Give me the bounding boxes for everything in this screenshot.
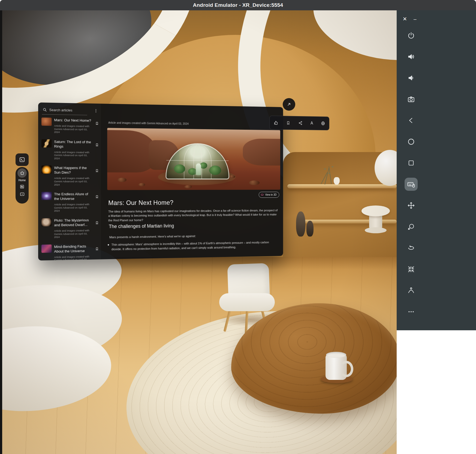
volume-up-button[interactable] <box>406 52 416 61</box>
sidebar-menu-button[interactable] <box>93 108 99 113</box>
home-button[interactable] <box>406 137 416 146</box>
search-icon <box>43 107 47 112</box>
dome-plant <box>209 166 221 175</box>
search-placeholder: Search articles <box>49 108 91 113</box>
back-button[interactable] <box>406 116 416 125</box>
move-view-button[interactable] <box>406 201 416 210</box>
bookmark-button[interactable] <box>95 122 99 134</box>
article-list-item[interactable]: The Endless Allure of the Universe Artic… <box>41 189 99 215</box>
article-section-intro: Mars presents a harsh environment. Here'… <box>109 233 276 239</box>
rock <box>249 180 260 185</box>
article-item-subtitle: Article and images created with Gemini A… <box>54 229 93 239</box>
camera-icon <box>407 95 415 103</box>
panel-expand-button[interactable] <box>283 98 295 111</box>
article-bullet: Thin atmosphere: Mars' atmosphere is inc… <box>108 240 272 252</box>
window-title-bar[interactable]: Android Emulator - XR_Device:5554 <box>0 0 476 10</box>
3d-goggles-icon <box>261 193 264 196</box>
article-list-item[interactable]: Pluto: The Mysterious and Beloved Dwarf.… <box>41 215 99 241</box>
article-list-item[interactable]: Mars: Our Next Home? Article and images … <box>41 114 99 137</box>
article-item-title: The Endless Allure of the Universe <box>54 192 93 201</box>
rotate-icon <box>407 244 415 252</box>
dock-video-button[interactable] <box>20 192 25 197</box>
back-icon <box>408 117 415 124</box>
more-options-button[interactable] <box>406 307 416 316</box>
article-intro: The idea of humans living on Mars has ca… <box>108 208 278 222</box>
home-circle-icon <box>407 138 415 146</box>
article-list-item[interactable]: Mind-Bending Facts About the Universe Ar… <box>41 241 99 261</box>
article-thumbnail <box>41 139 52 147</box>
articles-icon <box>20 184 25 189</box>
article-thumbnail <box>41 244 52 253</box>
bookmark-icon <box>286 121 290 125</box>
close-button[interactable]: ✕ <box>403 16 407 22</box>
article-list-item[interactable]: What Happens if the Sun Dies? Article an… <box>41 163 99 189</box>
bookmark-button[interactable] <box>95 195 99 212</box>
share-button[interactable] <box>298 121 303 125</box>
more-icon <box>408 308 415 315</box>
dock-home-label: Home <box>19 179 26 182</box>
minimize-button[interactable]: – <box>414 16 417 22</box>
bookmark-article-button[interactable] <box>286 121 290 125</box>
emulator-tool-panel: ✕ – <box>397 10 476 330</box>
dock-articles-button[interactable] <box>20 184 25 189</box>
overview-square-icon <box>408 159 415 167</box>
reset-view-button[interactable] <box>406 265 416 274</box>
keyboard-input-mode-button[interactable] <box>406 180 416 189</box>
dome-door <box>196 164 201 175</box>
article-caption: Article and images created with Gemini A… <box>108 121 206 126</box>
article-item-title: What Happens if the Sun Dies? <box>54 166 93 175</box>
dock: Home <box>16 167 29 204</box>
bookmark-button[interactable] <box>95 247 99 261</box>
motion-tracking-icon <box>407 287 415 294</box>
power-icon <box>407 32 415 39</box>
rock <box>138 183 145 186</box>
motion-tracking-button[interactable] <box>406 286 416 295</box>
article-item-subtitle: Article and images created with Gemini A… <box>54 203 93 212</box>
bookmark-icon <box>95 143 99 147</box>
view-in-3d-button[interactable]: View in 3D <box>259 192 279 198</box>
bookmark-icon <box>95 247 99 251</box>
power-button[interactable] <box>406 31 416 40</box>
rock <box>229 175 235 178</box>
rotate-view-button[interactable] <box>406 243 416 253</box>
expand-arrow-icon <box>287 102 291 107</box>
bookmark-button[interactable] <box>95 143 99 160</box>
like-button[interactable] <box>274 120 278 125</box>
video-icon <box>20 192 25 197</box>
search-field[interactable]: Search articles <box>41 105 99 115</box>
bookmark-button[interactable] <box>95 221 99 238</box>
screenshot-button[interactable] <box>406 95 416 104</box>
dock-terminal-button[interactable] <box>16 153 29 166</box>
article-thumbnail <box>41 166 52 174</box>
dome-plant <box>188 168 197 175</box>
article-thumbnail <box>41 192 52 200</box>
article-list-item[interactable]: Saturn: The Lord of the Rings Article an… <box>41 136 99 163</box>
article-hero-image <box>107 128 280 190</box>
overview-button[interactable] <box>406 158 416 168</box>
kebab-menu-icon <box>94 108 98 113</box>
emulator-toolbar <box>406 31 416 316</box>
dome-plant <box>174 164 185 173</box>
reset-view-icon <box>408 266 415 273</box>
panel-window-controls: ✕ – <box>403 16 417 22</box>
orbit-view-button[interactable] <box>406 222 416 231</box>
article-item-title: Saturn: The Lord of the Rings <box>54 139 93 149</box>
reader-toolbar: A <box>269 116 329 130</box>
article-item-subtitle: Article and images created with Gemini A… <box>54 124 93 134</box>
article-thumbnail <box>41 117 52 126</box>
article-item-subtitle: Article and images created with Gemini A… <box>54 177 93 186</box>
bookmark-button[interactable] <box>95 169 99 186</box>
translate-button[interactable] <box>321 121 325 126</box>
article-sidebar: Search articles Mars: Our Next Home? Art… <box>38 102 101 261</box>
rock <box>184 185 192 188</box>
dock-home-button[interactable] <box>17 168 27 178</box>
keyboard-mouse-input-icon <box>407 180 415 188</box>
share-icon <box>298 121 303 125</box>
home-icon <box>20 171 25 175</box>
globe-icon <box>321 121 325 126</box>
volume-down-button[interactable] <box>406 73 416 83</box>
window-frame <box>0 10 2 454</box>
article-view: A Article and images created with Gemini… <box>101 104 283 259</box>
format-text-button[interactable]: A <box>311 121 313 126</box>
article-item-subtitle: Article and images created with Gemini A… <box>54 150 93 160</box>
